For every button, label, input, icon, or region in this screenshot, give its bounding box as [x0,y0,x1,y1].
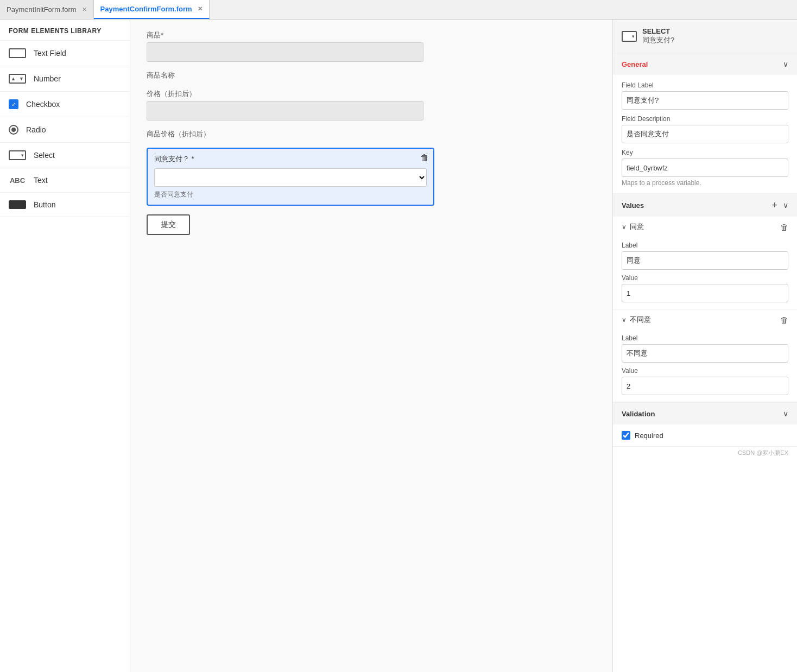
selected-field-label: 同意支付？ * [154,154,427,164]
value-item-agree-header[interactable]: ∨ 同意 🗑 [613,217,797,237]
field-delete-button[interactable]: 🗑 [420,153,429,163]
sidebar-item-textfield[interactable]: Text Field [0,41,130,66]
value-disagree-chevron-icon: ∨ [622,316,627,324]
submit-area: 提交 [147,214,596,235]
general-section: General ∨ Field Label Field Description … [613,53,797,194]
field-description-label: Field Description [622,115,788,123]
field-product-label: 商品* [147,30,596,40]
tab-paymentinit-label: PaymentInitForm.form [7,5,77,14]
required-label[interactable]: Required [635,432,663,440]
value-agree-chevron-icon: ∨ [622,223,627,231]
value-disagree-value-input[interactable] [622,377,788,395]
main-layout: FORM ELEMENTS LIBRARY Text Field ▲▼ Numb… [0,20,797,672]
rp-header-select-icon: ▾ [622,31,637,42]
number-icon: ▲▼ [9,74,26,84]
validation-section-header[interactable]: Validation ∨ [613,403,797,424]
radio-icon [9,125,18,135]
values-chevron-icon: ∨ [783,201,788,210]
key-note: Maps to a process variable. [622,179,788,187]
tab-paymentconfirm[interactable]: PaymentConfirmForm.form ✕ [94,0,210,19]
sidebar-item-radio[interactable]: Radio [0,117,130,143]
value-disagree-label-input[interactable] [622,344,788,363]
sidebar-item-checkbox[interactable]: ✓ Checkbox [0,92,130,117]
sidebar-item-number[interactable]: ▲▼ Number [0,66,130,92]
textfield-icon [9,48,26,58]
field-price-text-label: 商品价格（折扣后） [147,130,210,138]
canvas: 商品* 商品名称 价格（折扣后） 商品价格（折扣后） 🗑 同意支付？ * 是否同… [130,20,612,672]
checkbox-icon: ✓ [9,99,18,109]
value-agree-label-group: Label [622,242,788,270]
selected-field-desc: 是否同意支付 [154,190,427,199]
sidebar-item-radio-label: Radio [26,125,46,134]
key-group: Key Maps to a process variable. [622,149,788,187]
field-label-label: Field Label [622,81,788,89]
values-section: Values + ∨ ∨ 同意 🗑 Label [613,194,797,403]
value-item-disagree-left: ∨ 不同意 [622,315,651,325]
value-agree-delete-button[interactable]: 🗑 [780,223,788,232]
key-label: Key [622,149,788,156]
sidebar-item-text[interactable]: ABC Text [0,168,130,193]
value-agree-label-label: Label [622,242,788,249]
value-agree-body: Label Value [613,237,797,309]
right-panel: ▾ SELECT 同意支付? General ∨ Field Label Fie… [612,20,797,672]
rp-header-name: 同意支付? [642,35,674,45]
sidebar-item-number-label: Number [34,74,61,83]
rp-header-text: SELECT 同意支付? [642,27,674,45]
general-section-body: Field Label Field Description Key Maps t… [613,75,797,193]
tab-paymentconfirm-label: PaymentConfirmForm.form [100,5,192,13]
sidebar-item-button-label: Button [34,200,55,209]
field-price-label: 价格（折扣后） [147,89,596,99]
field-product-name: 商品名称 [147,71,596,80]
submit-button[interactable]: 提交 [147,214,190,235]
required-checkbox[interactable] [622,431,630,440]
sidebar-item-button[interactable]: Button [0,193,130,217]
key-input[interactable] [622,159,788,177]
general-chevron-icon: ∨ [783,60,788,68]
value-disagree-delete-button[interactable]: 🗑 [780,315,788,325]
field-label-input[interactable] [622,91,788,110]
field-product-input[interactable] [147,42,423,62]
value-agree-value-input[interactable] [622,284,788,302]
value-disagree-label-label: Label [622,334,788,342]
value-disagree-value-group: Value [622,367,788,395]
tab-paymentconfirm-close[interactable]: ✕ [198,5,203,12]
selected-field-select[interactable] [154,168,427,187]
field-price-text: 商品价格（折扣后） [147,129,596,139]
rp-header: ▾ SELECT 同意支付? [613,20,797,53]
value-agree-label-input[interactable] [622,251,788,270]
value-item-agree-left: ∨ 同意 [622,222,644,232]
selected-select-field: 🗑 同意支付？ * 是否同意支付 [147,148,434,206]
sidebar-item-textfield-label: Text Field [34,49,66,58]
validation-chevron-icon: ∨ [783,409,788,418]
values-section-header[interactable]: Values + ∨ [613,194,797,217]
field-product: 商品* [147,30,596,62]
tabs-bar: PaymentInitForm.form ✕ PaymentConfirmFor… [0,0,797,20]
general-section-title: General [622,60,648,68]
field-description-group: Field Description [622,115,788,143]
sidebar-item-select[interactable]: ▾ Select [0,143,130,168]
tab-paymentinit-close[interactable]: ✕ [82,6,87,13]
text-icon: ABC [9,176,26,185]
values-header-actions: + ∨ [771,200,788,210]
value-agree-value-group: Value [622,274,788,302]
tab-paymentinit[interactable]: PaymentInitForm.form ✕ [0,0,94,19]
value-agree-value-label: Value [622,274,788,282]
field-price-input[interactable] [147,101,423,121]
value-disagree-label-group: Label [622,334,788,363]
required-row: Required [613,424,797,446]
sidebar-item-select-label: Select [34,151,55,160]
validation-section: Validation ∨ Required [613,403,797,447]
sidebar-item-checkbox-label: Checkbox [26,100,60,109]
value-disagree-name: 不同意 [630,315,651,325]
sidebar-title: FORM ELEMENTS LIBRARY [0,20,130,41]
values-section-title: Values [622,201,644,210]
value-item-agree: ∨ 同意 🗑 Label Value [613,217,797,309]
value-item-disagree-header[interactable]: ∨ 不同意 🗑 [613,309,797,330]
value-disagree-value-label: Value [622,367,788,375]
general-section-header[interactable]: General ∨ [613,53,797,75]
field-product-name-text: 商品名称 [147,71,175,79]
field-label-group: Field Label [622,81,788,110]
field-description-input[interactable] [622,125,788,143]
values-add-button[interactable]: + [771,200,777,210]
sidebar-item-text-label: Text [34,176,48,185]
